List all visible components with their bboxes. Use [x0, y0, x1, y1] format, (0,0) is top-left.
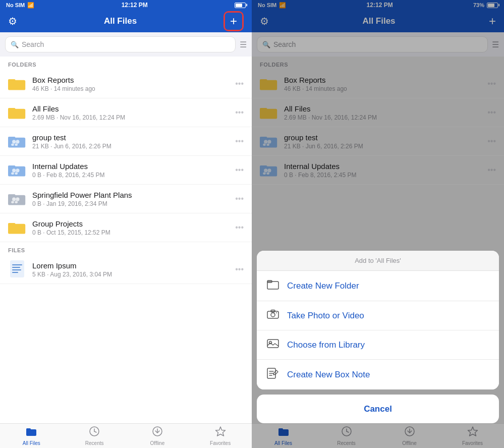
left-file-lorem-ipsum[interactable]: Lorem Ipsum 5 KB · Aug 23, 2016, 3:04 PM… — [0, 255, 252, 284]
left-search-icon: 🔍 — [11, 41, 19, 48]
left-more-group-projects[interactable]: ••• — [235, 223, 244, 232]
svg-rect-21 — [15, 201, 18, 204]
left-folder-springfield[interactable]: Springfield Power Plant Plans 0 B · Jan … — [0, 185, 252, 213]
left-more-group-test[interactable]: ••• — [235, 137, 244, 146]
left-search-container: 🔍 Search ☰ — [0, 32, 252, 57]
left-folder-meta-all-files: 2.69 MB · Nov 16, 2016, 12:24 PM — [32, 114, 229, 121]
left-folder-meta-box-reports: 46 KB · 14 minutes ago — [32, 85, 229, 92]
left-folder-name-group-test: group test — [32, 133, 229, 142]
left-battery-fill — [236, 4, 242, 7]
svg-rect-8 — [11, 144, 14, 146]
action-choose-library[interactable]: Choose from Library — [257, 330, 499, 360]
cancel-label: Cancel — [364, 404, 392, 414]
action-sheet: Add to 'All Files' Create New Folder — [257, 251, 499, 389]
action-create-folder-label: Create New Folder — [287, 281, 359, 291]
left-tab-recents-label: Recents — [85, 440, 104, 446]
left-tab-offline-label: Offline — [150, 440, 165, 446]
svg-rect-28 — [12, 272, 18, 273]
svg-rect-1 — [8, 79, 15, 82]
svg-point-13 — [16, 169, 19, 172]
action-create-box-note[interactable]: Create New Box Note — [257, 360, 499, 389]
left-folder-name-all-files: All Files — [32, 104, 229, 113]
left-tab-recents[interactable]: Recents — [63, 424, 126, 448]
left-status-right — [235, 3, 246, 8]
svg-rect-24 — [10, 260, 24, 277]
left-filter-icon[interactable]: ☰ — [240, 40, 247, 49]
left-folder-all-files[interactable]: All Files 2.69 MB · Nov 16, 2016, 12:24 … — [0, 98, 252, 127]
left-more-springfield[interactable]: ••• — [235, 194, 244, 203]
left-folder-name-group-projects: Group Projects — [32, 219, 229, 228]
left-folder-meta-internal-updates: 0 B · Feb 8, 2016, 2:45 PM — [32, 172, 229, 179]
svg-rect-14 — [11, 173, 14, 175]
svg-point-66 — [276, 312, 277, 313]
left-status-bar: No SIM 📶 12:12 PM — [0, 0, 252, 10]
svg-rect-30 — [26, 428, 31, 430]
left-folder-group-test[interactable]: group test 21 KB · Jun 6, 2016, 2:26 PM … — [0, 127, 252, 156]
svg-rect-3 — [8, 108, 15, 110]
left-files-header: FILES — [0, 242, 252, 255]
svg-rect-27 — [12, 269, 21, 270]
svg-point-18 — [12, 197, 16, 201]
svg-rect-23 — [8, 223, 15, 226]
left-tab-offline[interactable]: Offline — [126, 424, 189, 448]
left-tab-bar: All Files Recents Offline Favorites — [0, 423, 252, 448]
left-panel: No SIM 📶 12:12 PM ⚙ All Files + 🔍 Search… — [0, 0, 252, 448]
action-take-photo[interactable]: Take Photo or Video — [257, 301, 499, 330]
left-folder-internal-updates[interactable]: Internal Updates 0 B · Feb 8, 2016, 2:45… — [0, 156, 252, 185]
left-more-all-files[interactable]: ••• — [235, 108, 244, 117]
left-more-box-reports[interactable]: ••• — [235, 79, 244, 88]
cancel-button[interactable]: Cancel — [257, 395, 499, 423]
left-folder-icon-internal-updates — [8, 161, 26, 179]
left-folder-icon-all-files — [8, 103, 26, 122]
svg-rect-26 — [12, 267, 20, 268]
left-settings-icon[interactable]: ⚙ — [8, 15, 17, 27]
left-add-button-inner: + — [225, 13, 242, 30]
left-tab-recents-icon — [89, 426, 100, 439]
svg-rect-17 — [8, 194, 15, 197]
left-header-title: All Files — [104, 16, 137, 26]
left-more-internal-updates[interactable]: ••• — [235, 165, 244, 175]
left-tab-all-files-icon — [26, 426, 37, 439]
left-file-name-lorem-ipsum: Lorem Ipsum — [32, 261, 229, 270]
svg-rect-20 — [11, 201, 14, 204]
left-tab-favorites[interactable]: Favorites — [189, 424, 252, 448]
left-search-bar[interactable]: 🔍 Search — [5, 36, 236, 52]
left-file-list: FOLDERS Box Reports 46 KB · 14 minutes a… — [0, 57, 252, 423]
left-folder-icon-box-reports — [8, 75, 26, 93]
left-tab-all-files-label: All Files — [23, 440, 40, 446]
left-folder-info-springfield: Springfield Power Plant Plans 0 B · Jan … — [32, 191, 229, 207]
left-file-info-lorem-ipsum: Lorem Ipsum 5 KB · Aug 23, 2016, 3:04 PM — [32, 261, 229, 278]
note-icon — [267, 368, 279, 381]
left-folder-box-reports[interactable]: Box Reports 46 KB · 14 minutes ago ••• — [0, 70, 252, 98]
svg-rect-9 — [15, 144, 18, 146]
svg-marker-36 — [215, 427, 225, 436]
svg-point-12 — [12, 169, 16, 172]
right-panel: No SIM 📶 12:12 PM 73% ⚙ All Files + 🔍 Se… — [252, 0, 504, 448]
svg-rect-25 — [12, 264, 22, 265]
left-more-lorem-ipsum[interactable]: ••• — [235, 265, 244, 274]
left-plus-icon: + — [230, 15, 237, 27]
left-folder-icon-group-projects — [8, 218, 26, 237]
left-add-button[interactable]: + — [223, 11, 244, 31]
svg-rect-15 — [15, 173, 18, 175]
left-folders-header: FOLDERS — [0, 57, 252, 70]
action-create-box-note-label: Create New Box Note — [287, 370, 370, 380]
left-folder-meta-group-test: 21 KB · Jun 6, 2016, 2:26 PM — [32, 143, 229, 150]
left-battery-icon — [235, 3, 246, 8]
svg-rect-11 — [8, 165, 15, 168]
svg-point-6 — [12, 140, 16, 143]
left-folder-group-projects[interactable]: Group Projects 0 B · Oct 15, 2015, 12:52… — [0, 213, 252, 242]
left-status-left: No SIM 📶 — [6, 2, 34, 9]
left-time: 12:12 PM — [122, 2, 148, 9]
svg-rect-67 — [267, 340, 278, 348]
left-folder-icon-group-test — [8, 132, 26, 150]
left-folder-info-box-reports: Box Reports 46 KB · 14 minutes ago — [32, 76, 229, 92]
left-search-placeholder: Search — [22, 40, 44, 48]
camera-icon — [267, 309, 279, 322]
action-create-folder[interactable]: Create New Folder — [257, 271, 499, 301]
svg-point-19 — [16, 197, 19, 201]
left-folder-name-internal-updates: Internal Updates — [32, 162, 229, 171]
left-folder-info-all-files: All Files 2.69 MB · Nov 16, 2016, 12:24 … — [32, 104, 229, 121]
left-tab-favorites-label: Favorites — [210, 440, 231, 446]
left-tab-all-files[interactable]: All Files — [0, 424, 63, 448]
